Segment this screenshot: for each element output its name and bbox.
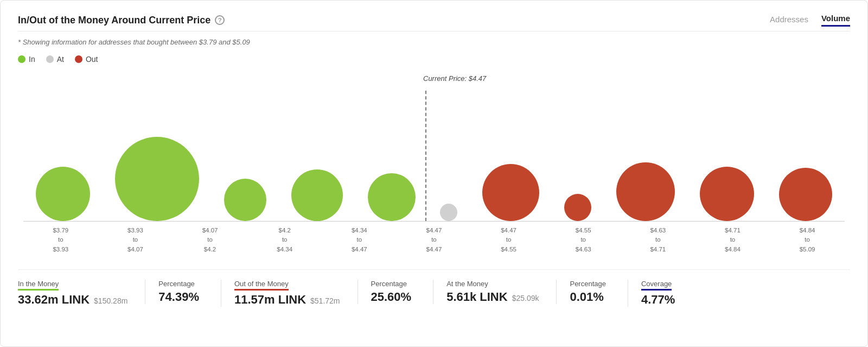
legend-out-label: Out <box>86 55 98 64</box>
stats-section: In the Money 33.62m LINK $150.28m Percen… <box>18 269 850 307</box>
at-usd-value: $25.09k <box>512 294 539 302</box>
legend-in-label: In <box>29 55 35 64</box>
in-pct-label: Percentage <box>158 280 199 288</box>
legend-at-label: At <box>57 55 64 64</box>
in-usd-value: $150.28m <box>94 296 127 305</box>
at-pct-value: 0.01% <box>570 290 606 304</box>
x-label-8: $4.55to$4.63 <box>564 226 602 254</box>
header-divider <box>18 31 850 31</box>
bubble-7 <box>482 164 539 221</box>
chart-title: In/Out of the Money Around Current Price… <box>18 15 225 26</box>
x-label-10: $4.71to$4.84 <box>713 226 751 254</box>
in-money-value: 33.62m LINK $150.28m <box>18 293 127 307</box>
tab-addresses[interactable]: Addresses <box>770 15 808 26</box>
x-label-4: $4.2to$4.34 <box>266 226 304 254</box>
at-money-value: 5.61k LINK $25.09k <box>446 290 539 304</box>
stat-group-at-pct: Percentage 0.01% <box>556 280 628 304</box>
help-icon[interactable]: ? <box>215 15 225 25</box>
legend: In At Out <box>18 55 850 64</box>
bubble-9 <box>616 162 675 221</box>
at-money-label: At the Money <box>446 280 539 288</box>
bubble-circle-4 <box>291 169 343 221</box>
bubble-circle-7 <box>482 164 539 221</box>
bubble-11 <box>779 168 832 221</box>
out-money-label: Out of the Money <box>234 280 340 291</box>
stat-group-at: At the Money 5.61k LINK $25.09k <box>433 280 556 304</box>
bubble-2 <box>115 137 199 221</box>
price-divider-line <box>425 91 426 221</box>
bubble-6 <box>440 204 457 221</box>
out-pct-value: 25.60% <box>371 290 412 304</box>
stat-group-coverage: Coverage 4.77% <box>628 280 675 307</box>
dot-out <box>75 55 82 63</box>
bubble-circle-6 <box>440 204 457 221</box>
coverage-value: 4.77% <box>641 293 675 307</box>
out-link-value: 11.57m LINK <box>234 293 306 307</box>
in-pct-value: 74.39% <box>158 290 199 304</box>
bubble-5 <box>368 173 416 221</box>
title-text: In/Out of the Money Around Current Price <box>18 15 210 26</box>
bubble-circle-1 <box>36 167 90 221</box>
out-usd-value: $51.72m <box>310 296 340 305</box>
in-money-label: In the Money <box>18 280 127 291</box>
bubble-10 <box>700 167 754 221</box>
x-axis-labels: $3.79to$3.93 $3.93to$4.07 $4.07to$4.2 $4… <box>18 222 850 254</box>
chart-wrapper: Current Price: $4.47 <box>18 74 850 254</box>
bubble-circle-2 <box>115 137 199 221</box>
header-tabs: Addresses Volume <box>770 14 850 27</box>
legend-at: At <box>46 55 64 64</box>
legend-out: Out <box>75 55 98 64</box>
bubble-circle-11 <box>779 168 832 221</box>
at-link-value: 5.61k LINK <box>446 290 508 304</box>
stat-group-in: In the Money 33.62m LINK $150.28m <box>18 280 145 307</box>
x-label-1: $3.79to$3.93 <box>42 226 80 254</box>
current-price-label: Current Price: $4.47 <box>423 74 486 83</box>
dot-at <box>46 55 54 63</box>
at-pct-label: Percentage <box>570 280 606 288</box>
bubble-8 <box>564 194 591 221</box>
out-pct-label: Percentage <box>371 280 412 288</box>
current-price-row: Current Price: $4.47 <box>18 74 850 91</box>
bubble-circle-5 <box>368 173 416 221</box>
legend-in: In <box>18 55 35 64</box>
header: In/Out of the Money Around Current Price… <box>18 14 850 27</box>
bubbles-area <box>18 91 850 221</box>
stat-group-out: Out of the Money 11.57m LINK $51.72m <box>221 280 358 307</box>
bubble-4 <box>291 169 343 221</box>
coverage-label: Coverage <box>641 280 675 291</box>
main-container: In/Out of the Money Around Current Price… <box>0 0 868 347</box>
bubble-3 <box>224 179 266 221</box>
x-label-6: $4.47to$4.47 <box>415 226 453 254</box>
x-label-7: $4.47to$4.55 <box>490 226 528 254</box>
bubble-circle-10 <box>700 167 754 221</box>
dot-in <box>18 55 25 63</box>
x-label-9: $4.63to$4.71 <box>639 226 677 254</box>
bubble-circle-9 <box>616 162 675 221</box>
tab-volume[interactable]: Volume <box>821 14 850 27</box>
stat-group-in-pct: Percentage 74.39% <box>145 280 221 304</box>
x-label-3: $4.07to$4.2 <box>191 226 229 254</box>
x-label-11: $4.84to$5.09 <box>788 226 826 254</box>
x-label-5: $4.34to$4.47 <box>340 226 378 254</box>
in-link-value: 33.62m LINK <box>18 293 90 307</box>
subtitle: * Showing information for addresses that… <box>18 38 850 46</box>
x-label-2: $3.93to$4.07 <box>116 226 154 254</box>
out-money-value: 11.57m LINK $51.72m <box>234 293 340 307</box>
bubble-1 <box>36 167 90 221</box>
stat-group-out-pct: Percentage 25.60% <box>358 280 433 304</box>
bubble-circle-8 <box>564 194 591 221</box>
bubble-circle-3 <box>224 179 266 221</box>
